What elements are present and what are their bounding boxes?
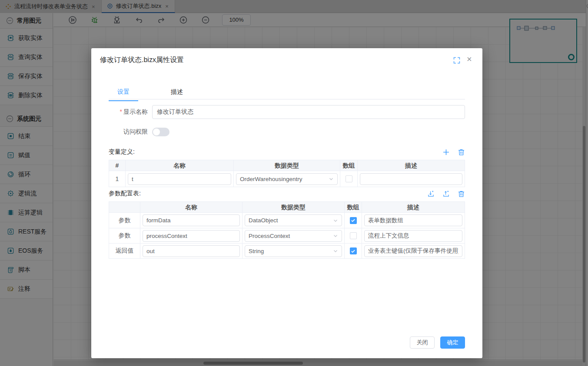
variable-desc-input[interactable] (360, 173, 462, 185)
param-array-checkbox[interactable] (350, 247, 357, 254)
display-name-row: *显示名称 (109, 105, 465, 119)
fullscreen-icon[interactable] (453, 57, 460, 64)
variables-label: 变量定义: (109, 148, 135, 156)
variables-table-header: # 名称 数据类型 数组 描述 (109, 160, 465, 171)
params-table-header: 名称 数据类型 数组 描述 (109, 202, 465, 213)
param-name-input[interactable] (143, 230, 240, 242)
close-button[interactable]: 关闭 (410, 336, 435, 349)
variable-name-input[interactable] (128, 173, 231, 185)
variable-row: 1 OrderWarehousingentry (109, 171, 465, 187)
param-desc-input[interactable] (364, 230, 462, 242)
access-label: 访问权限 (109, 128, 148, 136)
chevron-down-icon (333, 233, 338, 238)
param-array-checkbox[interactable] (350, 232, 357, 239)
access-toggle[interactable] (152, 128, 169, 136)
dialog-title: 修改订单状态.bizx属性设置 (100, 56, 184, 65)
param-type-select[interactable]: ProcessContext (245, 230, 342, 242)
variable-type-select[interactable]: OrderWarehousingentry (236, 173, 338, 185)
property-dialog: 修改订单状态.bizx属性设置 × 设置 描述 *显示名称 访问权限 变量定义: (91, 48, 482, 358)
col-desc: 描述 (362, 202, 465, 213)
param-desc-input[interactable] (364, 245, 462, 257)
col-name: 名称 (140, 202, 243, 213)
param-type-select[interactable]: String (245, 245, 342, 257)
chevron-down-icon (333, 248, 338, 254)
row-index: 1 (109, 171, 126, 187)
variable-array-checkbox[interactable] (345, 175, 352, 182)
add-variable-icon[interactable] (442, 148, 450, 156)
delete-param-icon[interactable] (458, 190, 465, 198)
param-row: 参数 ProcessContext (109, 228, 465, 243)
display-name-label: *显示名称 (109, 108, 148, 116)
param-kind: 参数 (109, 228, 140, 243)
param-kind: 参数 (109, 213, 140, 228)
confirm-button[interactable]: 确定 (440, 336, 465, 349)
param-kind: 返回值 (109, 243, 140, 258)
close-icon[interactable]: × (467, 55, 472, 63)
chevron-down-icon (329, 176, 334, 181)
params-label: 参数配置表: (109, 190, 141, 198)
variables-section-header: 变量定义: (109, 148, 465, 156)
col-array: 数组 (345, 202, 362, 213)
variables-table: # 名称 数据类型 数组 描述 1 OrderWarehousingentry (109, 160, 465, 187)
access-row: 访问权限 (109, 128, 465, 136)
export-params-icon[interactable] (442, 190, 450, 198)
col-type: 数据类型 (243, 202, 345, 213)
display-name-input[interactable] (152, 105, 465, 119)
param-type-select[interactable]: DataObject (245, 214, 342, 226)
chevron-down-icon (333, 218, 338, 223)
app-root: 流程流转时修改表单业务状态 × 修改订单状态.bizx × 常用图元 (0, 0, 588, 366)
import-params-icon[interactable] (427, 190, 435, 198)
col-desc: 描述 (358, 160, 465, 171)
param-row: 返回值 String (109, 243, 465, 258)
col-index: # (109, 160, 126, 171)
params-table: 名称 数据类型 数组 描述 参数 DataObject 参数 (109, 201, 465, 259)
param-name-input[interactable] (143, 245, 240, 257)
col-type: 数据类型 (234, 160, 340, 171)
param-name-input[interactable] (143, 214, 240, 226)
params-section-header: 参数配置表: (109, 190, 465, 198)
col-array: 数组 (340, 160, 358, 171)
param-array-checkbox[interactable] (350, 217, 357, 224)
param-desc-input[interactable] (364, 214, 462, 226)
toggle-knob (153, 129, 160, 135)
param-row: 参数 DataObject (109, 213, 465, 228)
delete-variable-icon[interactable] (458, 148, 465, 156)
col-kind (109, 202, 140, 213)
tabs-divider (109, 99, 465, 99)
required-asterisk: * (120, 108, 122, 115)
col-name: 名称 (126, 160, 234, 171)
